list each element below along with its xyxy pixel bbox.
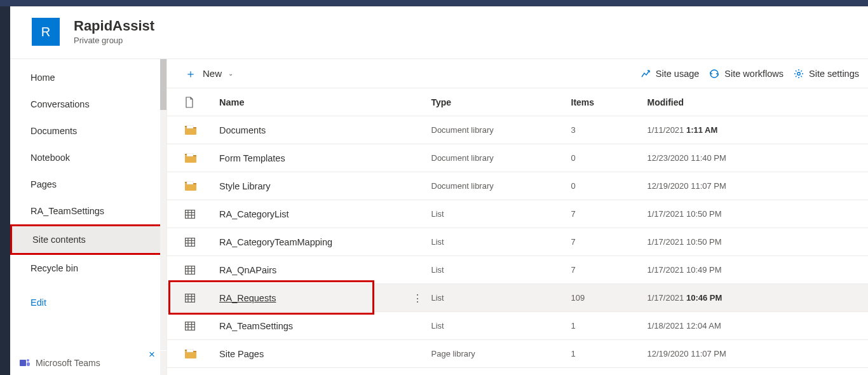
teams-promo[interactable]: × Microsoft Teams [10, 350, 166, 375]
sidebar-item-home[interactable]: Home [10, 64, 166, 91]
row-name[interactable]: RA_CategoryTeamMapping⋮ [219, 237, 431, 247]
app-rail [0, 6, 10, 375]
table-row[interactable]: RA_CategoryTeamMapping⋮List71/17/2021 10… [167, 228, 868, 256]
header-modified[interactable]: Modified [648, 97, 860, 107]
header-type[interactable]: Type [431, 97, 571, 107]
row-name[interactable]: RA_TeamSettings⋮ [219, 321, 431, 331]
row-icon [185, 181, 219, 191]
row-name[interactable]: Site Pages⋮ [219, 349, 431, 359]
site-subtitle: Private group [74, 36, 154, 45]
row-name[interactable]: RA_Requests⋮ [219, 293, 431, 303]
row-modified: 1/17/2021 10:50 PM [648, 209, 860, 219]
table-row[interactable]: Form Templates⋮Document library012/23/20… [167, 144, 868, 172]
row-modified: 1/17/2021 10:50 PM [648, 237, 860, 247]
row-items: 3 [571, 125, 648, 135]
row-icon [185, 210, 219, 219]
row-icon [185, 266, 219, 275]
header-name[interactable]: Name [219, 97, 431, 107]
row-items: 7 [571, 265, 648, 275]
row-name[interactable]: RA_CategoryList⋮ [219, 209, 431, 219]
close-icon[interactable]: × [149, 348, 155, 361]
list-icon [185, 294, 195, 303]
edit-nav-link[interactable]: Edit [10, 289, 166, 316]
plus-icon: ＋ [185, 66, 196, 81]
row-icon [185, 322, 219, 331]
row-items: 1 [571, 349, 648, 358]
table-header-row: Name Type Items Modified [167, 88, 868, 116]
row-type: Document library [431, 181, 571, 191]
row-icon [185, 294, 219, 303]
svg-rect-5 [187, 125, 193, 128]
row-items: 109 [571, 293, 648, 303]
sidebar-item-pages[interactable]: Pages [10, 171, 166, 198]
row-name[interactable]: Documents⋮ [219, 125, 431, 135]
table-row[interactable]: RA_QnAPairs⋮List71/17/2021 10:49 PM [167, 256, 868, 284]
row-items: 7 [571, 237, 648, 247]
table-row[interactable]: RA_CategoryList⋮List71/17/2021 10:50 PM [167, 200, 868, 228]
site-title[interactable]: RapidAssist [74, 18, 154, 34]
row-type: Document library [431, 153, 571, 163]
svg-rect-15 [186, 238, 195, 246]
site-workflows-link[interactable]: Site workflows [709, 69, 783, 79]
usage-icon [641, 69, 651, 79]
teams-label: Microsoft Teams [36, 358, 100, 368]
new-button[interactable]: ＋ New ⌄ [185, 66, 233, 81]
list-icon [185, 238, 195, 247]
table-row[interactable]: Style Library⋮Document library012/19/202… [167, 172, 868, 200]
row-type: Page library [431, 349, 571, 358]
document-library-icon [185, 181, 196, 191]
svg-rect-9 [187, 181, 193, 184]
more-icon[interactable]: ⋮ [412, 292, 423, 304]
row-name[interactable]: Style Library⋮ [219, 181, 431, 191]
list-icon [185, 322, 195, 331]
list-icon [185, 210, 195, 219]
sidebar-item-ra-teamsettings[interactable]: RA_TeamSettings [10, 198, 166, 224]
table-row[interactable]: RA_Requests⋮List1091/17/2021 10:46 PM [167, 284, 868, 312]
header-items[interactable]: Items [571, 97, 648, 107]
scrollbar[interactable] [160, 59, 166, 375]
svg-rect-10 [186, 210, 195, 218]
document-library-icon [185, 125, 196, 135]
row-modified: 1/17/2021 10:49 PM [648, 265, 860, 275]
row-modified: 1/11/2021 1:11 AM [648, 125, 860, 135]
header-icon-col [185, 97, 219, 108]
site-settings-link[interactable]: Site settings [794, 69, 859, 79]
table-row[interactable]: Documents⋮Document library31/11/2021 1:1… [167, 116, 868, 144]
document-library-icon [185, 349, 196, 358]
list-icon [185, 266, 195, 275]
row-modified: 12/19/2020 11:07 PM [648, 349, 860, 358]
svg-point-1 [27, 359, 29, 362]
sidebar-item-recycle-bin[interactable]: Recycle bin [10, 255, 166, 282]
row-items: 0 [571, 181, 648, 191]
row-modified: 12/23/2020 11:40 PM [648, 153, 860, 163]
sidebar-item-documents[interactable]: Documents [10, 118, 166, 144]
row-type: Document library [431, 125, 571, 135]
row-type: List [431, 237, 571, 247]
row-icon [185, 153, 219, 163]
table-row[interactable]: Site Pages⋮Page library112/19/2020 11:07… [167, 340, 868, 368]
teams-icon [19, 357, 31, 369]
row-items: 0 [571, 153, 648, 163]
row-name[interactable]: RA_QnAPairs⋮ [219, 265, 431, 275]
table-row[interactable]: RA_TeamSettings⋮List11/18/2021 12:04 AM [167, 312, 868, 340]
row-modified: 1/18/2021 12:04 AM [648, 321, 860, 331]
sidebar-item-site-contents[interactable]: Site contents [10, 224, 166, 255]
row-name[interactable]: Form Templates⋮ [219, 153, 431, 163]
svg-rect-25 [186, 294, 195, 302]
gear-icon [794, 69, 804, 79]
site-logo[interactable]: R [32, 18, 60, 46]
svg-rect-30 [186, 322, 195, 330]
row-type: List [431, 265, 571, 275]
row-icon [185, 349, 219, 358]
site-usage-link[interactable]: Site usage [641, 69, 700, 79]
site-header: R RapidAssist Private group [10, 6, 868, 59]
row-items: 1 [571, 321, 648, 331]
sidebar-item-conversations[interactable]: Conversations [10, 91, 166, 118]
command-bar: ＋ New ⌄ Site usage Site workflows Site s… [167, 59, 868, 88]
sidebar-item-notebook[interactable]: Notebook [10, 144, 166, 171]
left-nav: HomeConversationsDocumentsNotebookPagesR… [10, 59, 167, 375]
row-type: List [431, 209, 571, 219]
row-modified: 1/17/2021 10:46 PM [648, 293, 860, 303]
row-icon [185, 125, 219, 135]
svg-rect-7 [187, 153, 193, 156]
